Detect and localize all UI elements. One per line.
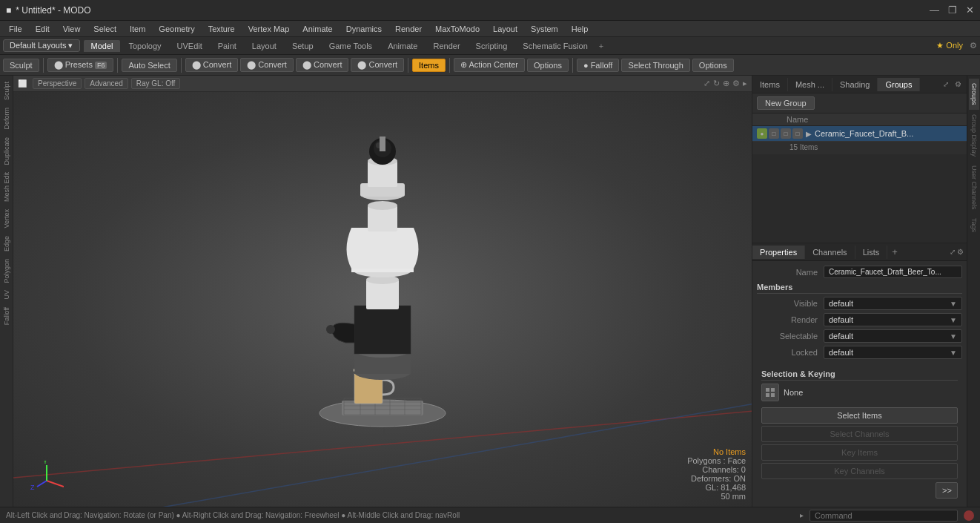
viewport-search-icon[interactable]: ⊕ [723, 79, 729, 88]
select-through-button[interactable]: Select Through [621, 59, 689, 72]
visible-dropdown[interactable]: default ▼ [824, 297, 962, 310]
viewport-toggle[interactable]: ⬜ [18, 79, 27, 88]
menu-animate[interactable]: Animate [297, 23, 338, 35]
more-button[interactable]: >> [936, 482, 958, 499]
panel-settings-icon[interactable]: ⚙ [953, 79, 964, 89]
menu-edit[interactable]: Edit [30, 23, 56, 35]
group-icon-2[interactable]: □ [769, 128, 779, 139]
new-group-button[interactable]: New Group [757, 96, 815, 110]
convert-button-2[interactable]: ⬤ Convert [240, 58, 294, 72]
presets-button[interactable]: ⬤ Presets F6 [47, 58, 114, 72]
group-expand-icon[interactable]: ▶ [806, 130, 812, 138]
key-channels-button[interactable]: Key Channels [761, 463, 958, 479]
layout-tab-render[interactable]: Render [426, 40, 467, 52]
convert-button-1[interactable]: ⬤ Convert [185, 58, 239, 72]
menu-geometry[interactable]: Geometry [153, 23, 200, 35]
sidebar-item-deform[interactable]: Deform [1, 105, 12, 133]
selectable-dropdown[interactable]: default ▼ [824, 329, 962, 343]
viewport-more-icon[interactable]: ▸ [743, 79, 747, 88]
group-list-item[interactable]: ● □ □ □ ▶ Ceramic_Faucet_Draft_B... [752, 126, 967, 142]
name-value-field[interactable]: Ceramic_Faucet_Draft_Beer_To... [824, 266, 962, 278]
key-items-button[interactable]: Key Items [761, 444, 958, 461]
sidebar-item-mesh-edit[interactable]: Mesh Edit [1, 169, 12, 205]
settings-icon[interactable]: ⚙ [970, 41, 977, 50]
tab-shading[interactable]: Shading [832, 78, 878, 91]
tab-items[interactable]: Items [752, 78, 788, 91]
action-center-button[interactable]: ⊕ Action Center [454, 58, 525, 72]
convert-button-3[interactable]: ⬤ Convert [296, 58, 349, 72]
rsidebar-tab-tags[interactable]: Tags [969, 214, 979, 237]
layout-tab-layout[interactable]: Layout [245, 40, 284, 52]
viewport-toolbar: ⬜ Perspective Advanced Ray GL: Off ⤢ ↻ ⊕… [13, 76, 752, 92]
falloff-button[interactable]: ● Falloff [577, 59, 619, 72]
props-tab-lists[interactable]: Lists [855, 246, 888, 259]
sculpt-button[interactable]: Sculpt [3, 59, 39, 72]
sidebar-item-falloff[interactable]: Falloff [1, 304, 12, 328]
panel-expand-icon[interactable]: ⤢ [941, 79, 951, 89]
convert-button-4[interactable]: ⬤ Convert [351, 58, 404, 72]
select-items-button[interactable]: Select Items [761, 407, 958, 424]
menu-select[interactable]: Select [87, 23, 122, 35]
rsidebar-tab-group-display[interactable]: Group Display [969, 110, 979, 161]
sidebar-item-edge[interactable]: Edge [1, 233, 12, 254]
minimize-button[interactable]: — [930, 4, 939, 16]
layout-tab-game-tools[interactable]: Game Tools [322, 40, 380, 52]
menu-vertex-map[interactable]: Vertex Map [242, 23, 296, 35]
locked-dropdown[interactable]: default ▼ [824, 346, 962, 359]
sidebar-item-sculpt[interactable]: Sculpt [1, 79, 12, 103]
menu-texture[interactable]: Texture [202, 23, 241, 35]
props-tab-add[interactable]: + [887, 244, 902, 260]
rsidebar-tab-user-channels[interactable]: User Channels [969, 161, 979, 214]
perspective-button[interactable]: Perspective [33, 78, 82, 89]
auto-select-button[interactable]: Auto Select [122, 59, 176, 72]
props-tab-properties[interactable]: Properties [752, 246, 805, 259]
command-input[interactable] [810, 510, 958, 522]
props-tab-channels[interactable]: Channels [805, 246, 855, 259]
props-expand-icon[interactable]: ⤢ [950, 248, 956, 256]
items-button[interactable]: Items [412, 59, 446, 72]
viewport-frame-icon[interactable]: ⤢ [703, 79, 710, 88]
menu-item[interactable]: Item [124, 23, 151, 35]
sidebar-item-vertex[interactable]: Vertex [1, 206, 12, 231]
group-visible-icon[interactable]: ● [757, 128, 767, 139]
group-icon-3[interactable]: □ [781, 128, 791, 139]
menu-view[interactable]: View [57, 23, 87, 35]
menu-file[interactable]: File [3, 23, 28, 35]
layout-tab-scripting[interactable]: Scripting [469, 40, 515, 52]
channels-stat: Channels: 0 [687, 465, 746, 474]
menu-dynamics[interactable]: Dynamics [340, 23, 388, 35]
menu-layout[interactable]: Layout [487, 23, 523, 35]
ray-gl-button[interactable]: Ray GL: Off [131, 78, 181, 89]
options-button-1[interactable]: Options [527, 59, 569, 72]
advanced-button[interactable]: Advanced [85, 78, 128, 89]
tab-mesh[interactable]: Mesh ... [788, 78, 832, 91]
layout-tab-setup[interactable]: Setup [285, 40, 321, 52]
rsidebar-tab-groups[interactable]: Groups [969, 79, 979, 110]
close-button[interactable]: ✕ [966, 4, 974, 16]
menu-render[interactable]: Render [389, 23, 428, 35]
layout-selector[interactable]: Default Layouts ▾ [3, 39, 80, 52]
layout-tab-uvedit[interactable]: UVEdit [170, 40, 210, 52]
3d-viewport[interactable]: X Z Y No Items Polygons : Face Channels:… [13, 92, 752, 507]
sidebar-item-uv[interactable]: UV [1, 287, 12, 303]
maximize-button[interactable]: ❐ [948, 4, 957, 16]
tab-groups[interactable]: Groups [878, 78, 920, 91]
options-button-2[interactable]: Options [692, 59, 734, 72]
menu-system[interactable]: System [525, 23, 564, 35]
layout-tab-schematic[interactable]: Schematic Fusion [515, 40, 595, 52]
group-icon-4[interactable]: □ [792, 128, 803, 139]
viewport-options-icon[interactable]: ⚙ [732, 79, 740, 88]
sidebar-item-polygon[interactable]: Polygon [1, 256, 12, 286]
layout-tab-topology[interactable]: Topology [121, 40, 168, 52]
select-channels-button[interactable]: Select Channels [761, 426, 958, 442]
menu-help[interactable]: Help [566, 23, 595, 35]
layout-tab-animate[interactable]: Animate [380, 40, 425, 52]
layout-tab-add[interactable]: + [599, 42, 603, 50]
layout-tab-model[interactable]: Model [84, 40, 121, 52]
sidebar-item-duplicate[interactable]: Duplicate [1, 134, 12, 168]
viewport-refresh-icon[interactable]: ↻ [713, 79, 720, 88]
props-settings-icon[interactable]: ⚙ [957, 248, 964, 256]
menu-maxtomodo[interactable]: MaxToModo [429, 23, 486, 35]
render-dropdown[interactable]: default ▼ [824, 313, 962, 326]
layout-tab-paint[interactable]: Paint [211, 40, 244, 52]
